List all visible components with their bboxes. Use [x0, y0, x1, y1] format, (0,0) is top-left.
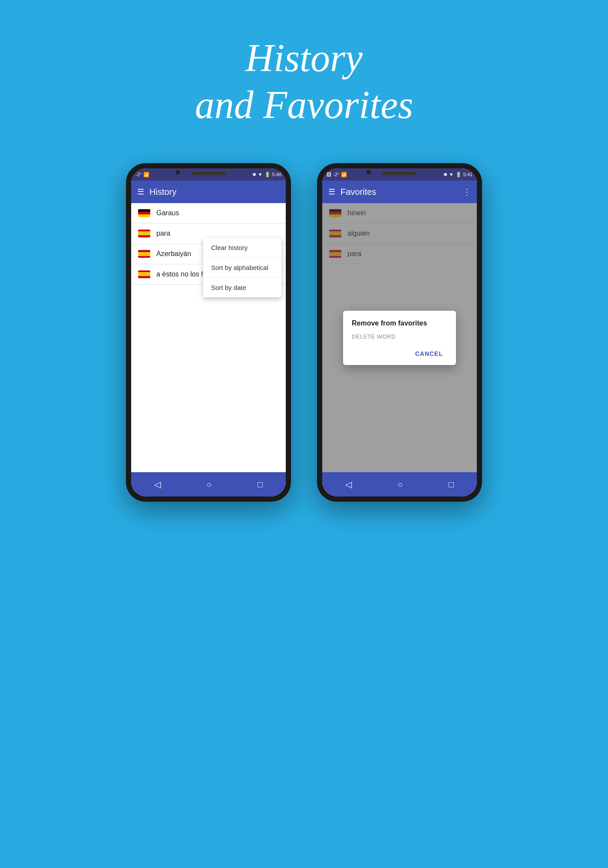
phone-history: -2° 📶 ✱ ▼ 🔋 5:40 ☰ History Gar [126, 163, 291, 502]
dialog-title: Remove from favorites [352, 319, 447, 327]
phone2-time: 5:41 [463, 172, 473, 177]
phone2-signal-icon: 📶 [341, 172, 347, 178]
phone1-hamburger-icon[interactable]: ☰ [137, 187, 144, 197]
phone2-bt-icon: ✱ [443, 172, 447, 178]
phone1-status-bar: -2° 📶 ✱ ▼ 🔋 5:40 [131, 168, 286, 181]
phone2-battery-icon: 🔋 [456, 172, 462, 178]
phone2-home-button[interactable]: ○ [397, 480, 403, 490]
phone2-status-right: ✱ ▼ 🔋 5:41 [443, 172, 473, 178]
phone1-bottom-nav: ◁ ○ □ [131, 472, 286, 496]
remove-favorites-dialog: Remove from favorites DELETE WORD CANCEL [343, 311, 456, 365]
phone1-screen: -2° 📶 ✱ ▼ 🔋 5:40 ☰ History Gar [131, 168, 286, 496]
phone2-status-bar: 🖼 -2° 📶 ✱ ▼ 🔋 5:41 [322, 168, 477, 181]
phone2-img-icon: 🖼 [327, 172, 331, 177]
phone2-status-left: 🖼 -2° 📶 [327, 172, 347, 178]
phone1-time: 5:40 [272, 172, 281, 177]
list-item[interactable]: Garaus [131, 203, 286, 224]
page-title-block: History and Favorites [0, 0, 608, 128]
phone1-battery-icon: 🔋 [264, 172, 271, 178]
title-line1: History [0, 35, 608, 82]
title-line2: and Favorites [0, 82, 608, 128]
phone1-temp: -2° [135, 172, 142, 177]
phone2-appbar-title: Favorites [340, 187, 463, 197]
phone1-home-button[interactable]: ○ [206, 480, 211, 490]
phone2-bottom-nav: ◁ ○ □ [322, 472, 477, 496]
dialog-buttons: CANCEL [352, 347, 447, 361]
flag-es-icon [138, 230, 150, 237]
phone1-status-right: ✱ ▼ 🔋 5:40 [252, 172, 281, 178]
phone2-temp: -2° [333, 172, 339, 177]
phone2-hamburger-icon[interactable]: ☰ [328, 187, 335, 197]
phone2-recents-button[interactable]: □ [449, 480, 454, 490]
phone1-list-content: Garaus para Azerbaiyán a éstos no los he… [131, 203, 286, 472]
word-para: para [156, 230, 170, 237]
flag-de-icon [138, 209, 150, 217]
phone2-screen: 🖼 -2° 📶 ✱ ▼ 🔋 5:41 ☰ Favorites ⋮ [322, 168, 477, 496]
phone2-more-icon[interactable]: ⋮ [463, 187, 471, 197]
phone1-bt-icon: ✱ [252, 172, 256, 178]
word-garaus: Garaus [156, 209, 179, 217]
flag-es-icon [138, 250, 150, 258]
phone1-dropdown-menu: Clear history Sort by alphabetical Sort … [203, 238, 281, 297]
phone2-wifi-icon: ▼ [449, 172, 454, 177]
phone1-back-button[interactable]: ◁ [154, 479, 161, 490]
phone2-list-content: hinein alguien para Remove from favorite… [322, 203, 477, 472]
dropdown-sort-alphabetical[interactable]: Sort by alphabetical [203, 258, 281, 278]
dialog-cancel-button[interactable]: CANCEL [411, 347, 447, 361]
phone1-signal-icon: 📶 [143, 172, 149, 178]
phone1-appbar: ☰ History [131, 181, 286, 203]
phone1-recents-button[interactable]: □ [258, 480, 263, 490]
phone-favorites: 🖼 -2° 📶 ✱ ▼ 🔋 5:41 ☰ Favorites ⋮ [317, 163, 482, 502]
phone2-appbar: ☰ Favorites ⋮ [322, 181, 477, 203]
phone1-wifi-icon: ▼ [258, 172, 263, 177]
phone2-back-button[interactable]: ◁ [345, 479, 352, 490]
word-azerbaiyan: Azerbaiyán [156, 250, 191, 258]
dialog-overlay: Remove from favorites DELETE WORD CANCEL [322, 203, 477, 472]
phone1-status-left: -2° 📶 [135, 172, 149, 178]
dropdown-sort-date[interactable]: Sort by date [203, 278, 281, 297]
dialog-action-label: DELETE WORD [352, 333, 447, 340]
phone1-appbar-title: History [149, 187, 280, 197]
phones-container: -2° 📶 ✱ ▼ 🔋 5:40 ☰ History Gar [0, 163, 608, 502]
dropdown-clear-history[interactable]: Clear history [203, 238, 281, 258]
flag-es-icon [138, 270, 150, 278]
